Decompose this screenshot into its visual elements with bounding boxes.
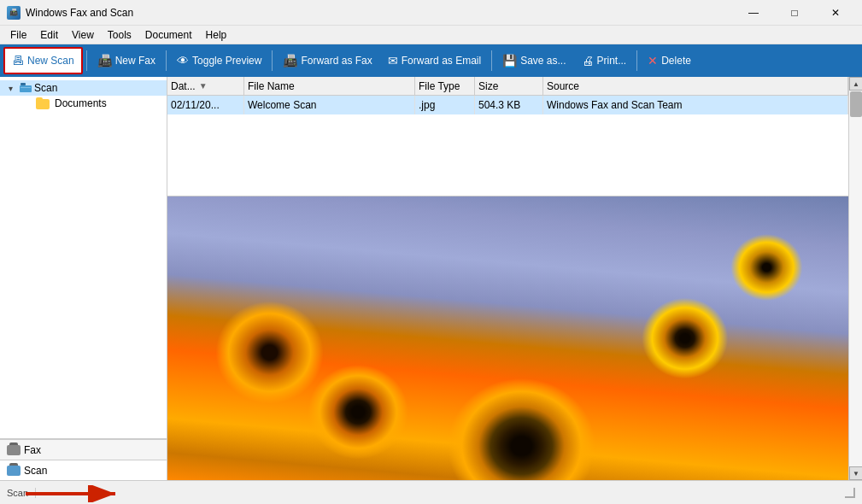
scrollbar[interactable]: ▲ ▼ <box>848 77 862 480</box>
menu-document[interactable]: Document <box>138 27 199 43</box>
col-header-size[interactable]: Size <box>475 77 543 95</box>
resize-grip <box>845 488 855 498</box>
cell-date: 02/11/20... <box>167 96 244 114</box>
print-button[interactable]: 🖨 Print... <box>575 47 634 74</box>
status-scan: Scan <box>7 488 36 498</box>
svg-rect-2 <box>21 87 31 88</box>
col-header-type[interactable]: File Type <box>415 77 475 95</box>
scan-tab-label: Scan <box>24 465 47 477</box>
sidebar-item-documents[interactable]: Documents <box>0 96 167 111</box>
preview-image <box>167 196 848 480</box>
title-bar-controls: — □ ✕ <box>734 0 855 26</box>
toolbar-separator-5 <box>636 50 637 71</box>
new-fax-button[interactable]: 📠 New Fax <box>91 47 162 74</box>
menu-view[interactable]: View <box>65 27 101 43</box>
sidebar-item-scan[interactable]: ▾ Scan <box>0 80 167 96</box>
sidebar-tree: ▾ Scan Documents <box>0 77 167 438</box>
scroll-down-button[interactable]: ▼ <box>849 466 862 480</box>
svg-rect-1 <box>21 83 26 85</box>
sidebar-docs-label: Documents <box>55 97 107 109</box>
new-scan-icon: 🖷 <box>12 54 24 67</box>
cell-source: Windows Fax and Scan Team <box>543 96 848 114</box>
toolbar-separator-1 <box>86 50 87 71</box>
save-as-button[interactable]: 💾 Save as... <box>496 47 572 74</box>
print-icon: 🖨 <box>582 54 594 67</box>
title-bar: 📠 Windows Fax and Scan — □ ✕ <box>0 0 862 26</box>
app-icon: 📠 <box>7 6 21 20</box>
scan-tab-icon <box>7 466 21 476</box>
toolbar: 🖷 New Scan 📠 New Fax 👁 Toggle Preview 📠 … <box>0 44 862 77</box>
toggle-preview-icon: 👁 <box>177 54 189 67</box>
new-scan-label: New Scan <box>27 55 74 67</box>
scroll-thumb[interactable] <box>850 91 862 117</box>
delete-icon: ✕ <box>648 54 658 67</box>
toggle-preview-label: Toggle Preview <box>192 55 261 67</box>
file-list-header: Dat... ▼ File Name File Type Size Source <box>167 77 848 96</box>
window-title: Windows Fax and Scan <box>26 7 133 19</box>
main-layout: ▾ Scan Documents F <box>0 77 862 480</box>
content-wrapper: Dat... ▼ File Name File Type Size Source <box>167 77 862 480</box>
save-as-label: Save as... <box>520 55 566 67</box>
new-fax-icon: 📠 <box>97 54 112 67</box>
table-row[interactable]: 02/11/20... Welcome Scan .jpg 504.3 KB W… <box>167 96 848 114</box>
cell-type: .jpg <box>415 96 475 114</box>
menu-tools[interactable]: Tools <box>101 27 138 43</box>
menu-edit[interactable]: Edit <box>33 27 65 43</box>
toggle-preview-button[interactable]: 👁 Toggle Preview <box>170 47 268 74</box>
menu-file[interactable]: File <box>3 27 33 43</box>
scanner-icon <box>19 82 32 94</box>
forward-as-fax-button[interactable]: 📠 Forward as Fax <box>276 47 378 74</box>
fax-tab-icon <box>7 445 21 455</box>
maximize-button[interactable]: □ <box>775 0 814 26</box>
forward-email-label: Forward as Email <box>402 55 481 67</box>
preview-area <box>167 196 848 480</box>
close-button[interactable]: ✕ <box>816 0 855 26</box>
forward-email-icon: ✉ <box>388 54 398 67</box>
col-header-name[interactable]: File Name <box>244 77 415 95</box>
cell-name: Welcome Scan <box>244 96 415 114</box>
folder-icon <box>36 97 50 109</box>
file-list: Dat... ▼ File Name File Type Size Source <box>167 77 848 196</box>
sort-arrow: ▼ <box>199 81 208 91</box>
sidebar-tab-fax[interactable]: Fax <box>0 439 167 460</box>
toolbar-separator-3 <box>272 50 273 71</box>
menu-help[interactable]: Help <box>199 27 234 43</box>
forward-fax-icon: 📠 <box>283 54 297 67</box>
print-label: Print... <box>597 55 627 67</box>
sidebar-tab-scan[interactable]: Scan <box>0 460 167 480</box>
sidebar: ▾ Scan Documents F <box>0 77 167 480</box>
scroll-track[interactable] <box>849 91 862 466</box>
content-area: Dat... ▼ File Name File Type Size Source <box>167 77 848 480</box>
menu-bar: File Edit View Tools Document Help <box>0 26 862 44</box>
tree-arrow-scan: ▾ <box>3 84 17 93</box>
status-bar: Scan <box>0 480 862 504</box>
minimize-button[interactable]: — <box>734 0 773 26</box>
toolbar-separator-2 <box>166 50 167 71</box>
cell-size: 504.3 KB <box>475 96 543 114</box>
delete-button[interactable]: ✕ Delete <box>641 47 698 74</box>
sidebar-tabs: Fax Scan <box>0 438 167 480</box>
forward-as-email-button[interactable]: ✉ Forward as Email <box>381 47 488 74</box>
save-icon: 💾 <box>502 54 517 67</box>
fax-tab-label: Fax <box>24 444 41 456</box>
col-header-source[interactable]: Source <box>543 77 848 95</box>
scroll-up-button[interactable]: ▲ <box>849 77 862 91</box>
new-scan-button[interactable]: 🖷 New Scan <box>3 47 83 74</box>
col-header-date[interactable]: Dat... ▼ <box>167 77 244 95</box>
sidebar-scan-label: Scan <box>34 82 57 94</box>
delete-label: Delete <box>661 55 691 67</box>
forward-fax-label: Forward as Fax <box>301 55 372 67</box>
new-fax-label: New Fax <box>115 55 155 67</box>
title-bar-left: 📠 Windows Fax and Scan <box>7 6 133 20</box>
svg-rect-0 <box>20 85 32 92</box>
toolbar-separator-4 <box>491 50 492 71</box>
